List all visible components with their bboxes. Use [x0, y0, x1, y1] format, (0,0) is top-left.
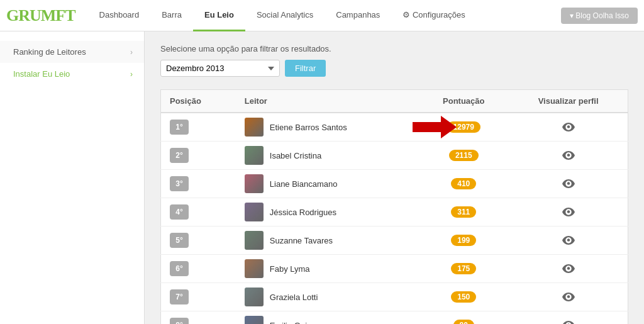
reader-cell: Graziela Lotti [245, 288, 410, 306]
score-badge: 2115 [449, 150, 479, 161]
position-badge: 3° [170, 176, 189, 191]
logo-dark: GRUM [6, 6, 55, 25]
reader-name: Faby Lyma [270, 264, 310, 274]
ranking-table: Posição Leitor Pontuação Visualizar perf… [160, 89, 628, 324]
position-badge: 8° [170, 318, 189, 324]
view-profile-icon[interactable] [518, 236, 619, 245]
table-row: 7° Graziela Lotti 150 [161, 283, 628, 311]
main-layout: Ranking de Leitores › Instalar Eu Leio ›… [0, 31, 644, 324]
position-badge: 7° [170, 289, 189, 304]
position-badge: 5° [170, 233, 189, 248]
svg-marker-0 [413, 116, 457, 138]
position-badge: 2° [170, 148, 189, 163]
logo: GRUMFT [6, 6, 75, 25]
position-badge: 6° [170, 261, 189, 276]
nav-dashboard[interactable]: Dashboard [88, 0, 151, 31]
reader-cell: Suzanne Tavares [245, 231, 410, 250]
filter-button[interactable]: Filtrar [285, 60, 326, 77]
col-header-reader: Leitor [236, 90, 419, 113]
avatar [245, 231, 264, 250]
table-row: 1° Etiene Barros Santos 12979 [161, 113, 628, 142]
table-header-row: Posição Leitor Pontuação Visualizar perf… [161, 90, 628, 113]
sidebar-instalar-label: Instalar Eu Leio [13, 69, 70, 79]
table-row: 2° Isabel Cristina 2115 [161, 142, 628, 170]
sidebar-item-ranking[interactable]: Ranking de Leitores › [0, 41, 144, 63]
avatar [245, 316, 264, 324]
view-profile-icon[interactable] [518, 123, 619, 131]
view-profile-icon[interactable] [518, 151, 619, 160]
view-profile-icon[interactable] [518, 264, 619, 273]
reader-name: Graziela Lotti [270, 293, 318, 302]
table-row: 3° Liane Biancamano 410 [161, 170, 628, 198]
score-badge: 311 [451, 206, 476, 218]
nav-campanhas[interactable]: Campanhas [325, 0, 391, 31]
score-badge: 150 [451, 291, 476, 303]
sidebar-arrow-instalar: › [130, 70, 133, 79]
reader-name: Isabel Cristina [270, 151, 321, 160]
score-badge: 175 [451, 263, 476, 274]
top-navigation: GRUMFT Dashboard Barra Eu Leio Social An… [0, 0, 644, 31]
view-profile-icon[interactable] [518, 293, 619, 301]
table-row: 4° Jéssica Rodrigues 311 [161, 198, 628, 226]
col-header-score: Pontuação [418, 90, 509, 113]
avatar [245, 118, 264, 137]
table-row: 5° Suzanne Tavares 199 [161, 226, 628, 255]
avatar [245, 203, 264, 221]
table-row: 8° Emilia Guimaraes 80 [161, 311, 628, 325]
nav-configuracoes[interactable]: ⚙ Configurações [391, 0, 476, 31]
sidebar-ranking-label: Ranking de Leitores [13, 47, 86, 57]
nav-social-analytics[interactable]: Social Analytics [245, 0, 325, 31]
reader-cell: Emilia Guimaraes [245, 316, 410, 324]
view-profile-icon[interactable] [518, 179, 619, 188]
content-area: Selecione uma opção para filtrar os resu… [145, 31, 644, 324]
reader-name: Suzanne Tavares [270, 236, 333, 245]
position-badge: 4° [170, 204, 189, 220]
logo-green: FT [55, 6, 75, 25]
score-badge: 199 [451, 235, 476, 246]
sidebar-arrow-ranking: › [130, 48, 133, 57]
view-profile-icon[interactable] [518, 208, 619, 216]
avatar [245, 146, 264, 165]
reader-name: Liane Biancamano [270, 179, 338, 189]
reader-name: Jéssica Rodrigues [270, 208, 336, 217]
reader-cell: Jéssica Rodrigues [245, 203, 410, 221]
month-select[interactable]: Dezembro 2013 [160, 60, 280, 77]
table-row: 6° Faby Lyma 175 [161, 255, 628, 283]
sidebar-item-instalar[interactable]: Instalar Eu Leio › [0, 63, 144, 85]
col-header-position: Posição [161, 90, 236, 113]
reader-name: Emilia Guimaraes [270, 321, 335, 325]
filter-row: Dezembro 2013 Filtrar [160, 60, 628, 77]
reader-cell: Liane Biancamano [245, 174, 410, 193]
filter-label: Selecione uma opção para filtrar os resu… [160, 44, 628, 53]
reader-cell: Faby Lyma [245, 259, 410, 278]
reader-cell: Isabel Cristina [245, 146, 410, 165]
highlight-arrow [413, 116, 457, 138]
position-badge: 1° [170, 120, 189, 135]
main-nav: Dashboard Barra Eu Leio Social Analytics… [88, 0, 561, 31]
nav-eu-leio[interactable]: Eu Leio [193, 0, 245, 31]
avatar [245, 259, 264, 278]
blog-button[interactable]: ▾ Blog Oolha Isso [561, 8, 638, 24]
nav-barra[interactable]: Barra [150, 0, 193, 31]
score-badge: 410 [451, 178, 476, 189]
view-profile-icon[interactable] [518, 321, 619, 324]
score-badge: 80 [453, 320, 474, 324]
reader-cell: Etiene Barros Santos [245, 118, 410, 137]
avatar [245, 174, 264, 193]
avatar [245, 288, 264, 306]
sidebar: Ranking de Leitores › Instalar Eu Leio › [0, 31, 145, 324]
col-header-profile: Visualizar perfil [509, 90, 628, 113]
reader-name: Etiene Barros Santos [270, 123, 347, 132]
